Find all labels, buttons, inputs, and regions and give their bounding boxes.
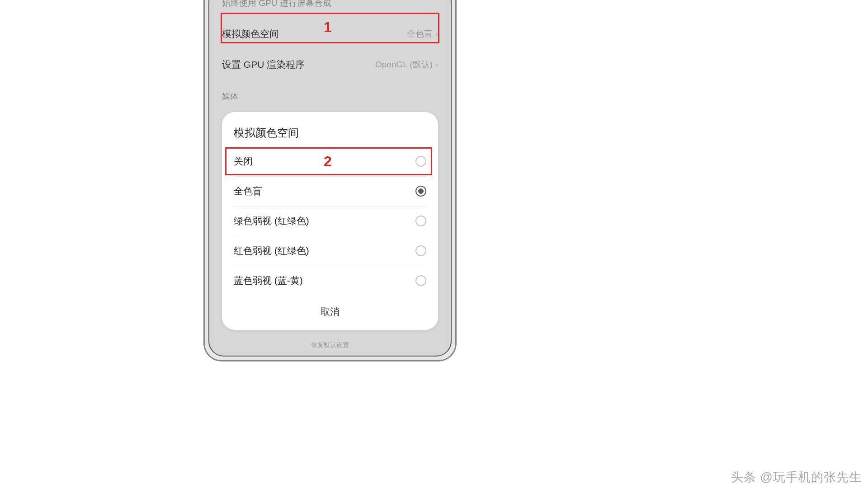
option-protanomaly[interactable]: 红色弱视 (红绿色) <box>222 236 438 266</box>
cancel-button[interactable]: 取消 <box>222 296 438 321</box>
chevron-right-icon: › <box>435 60 438 70</box>
setting-gpu-renderer[interactable]: 设置 GPU 渲染程序 OpenGL (默认) › <box>222 49 438 80</box>
option-tritanomaly[interactable]: 蓝色弱视 (蓝-黄) <box>222 266 438 296</box>
color-space-sheet: 模拟颜色空间 关闭 全色盲 绿色弱视 (红绿色) 红色弱视 (红绿色) <box>222 112 438 330</box>
option-label: 蓝色弱视 (蓝-黄) <box>234 274 303 287</box>
sheet-title: 模拟颜色空间 <box>222 126 438 146</box>
setting-label: 设置 GPU 渲染程序 <box>222 58 305 71</box>
phone-device-frame: 始终使用 GPU 进行屏幕合成 模拟颜色空间 全色盲 › 设置 GPU 渲染程序… <box>203 0 457 361</box>
setting-gpu-compositing[interactable]: 始终使用 GPU 进行屏幕合成 <box>222 0 438 19</box>
setting-value: 全色盲 › <box>407 28 438 40</box>
option-off[interactable]: 关闭 <box>222 146 438 176</box>
setting-value: OpenGL (默认) › <box>375 59 438 70</box>
option-label: 红色弱视 (红绿色) <box>234 244 309 257</box>
option-label: 绿色弱视 (红绿色) <box>234 215 309 227</box>
radio-icon <box>415 156 426 167</box>
radio-selected-icon <box>415 186 426 197</box>
watermark-text: 头条 @玩手机的张先生 <box>731 469 862 485</box>
option-label: 关闭 <box>234 155 253 168</box>
section-header-media: 媒体 <box>214 80 446 106</box>
setting-color-space[interactable]: 模拟颜色空间 全色盲 › <box>222 19 438 49</box>
phone-side-button <box>456 17 457 33</box>
setting-label: 始终使用 GPU 进行屏幕合成 <box>222 0 331 9</box>
option-deuteranomaly[interactable]: 绿色弱视 (红绿色) <box>222 206 438 236</box>
option-monochromacy[interactable]: 全色盲 <box>222 176 438 206</box>
option-label: 全色盲 <box>234 185 262 197</box>
chevron-right-icon: › <box>435 29 438 39</box>
radio-icon <box>415 275 426 286</box>
radio-icon <box>415 245 426 256</box>
radio-icon <box>415 216 426 226</box>
phone-inner-frame: 始终使用 GPU 进行屏幕合成 模拟颜色空间 全色盲 › 设置 GPU 渲染程序… <box>208 0 452 357</box>
settings-group-rendering: 始终使用 GPU 进行屏幕合成 模拟颜色空间 全色盲 › 设置 GPU 渲染程序… <box>214 0 446 80</box>
restore-defaults-link[interactable]: 恢复默认设置 <box>214 341 446 349</box>
setting-label: 模拟颜色空间 <box>222 28 279 40</box>
phone-screen: 始终使用 GPU 进行屏幕合成 模拟颜色空间 全色盲 › 设置 GPU 渲染程序… <box>214 0 446 351</box>
